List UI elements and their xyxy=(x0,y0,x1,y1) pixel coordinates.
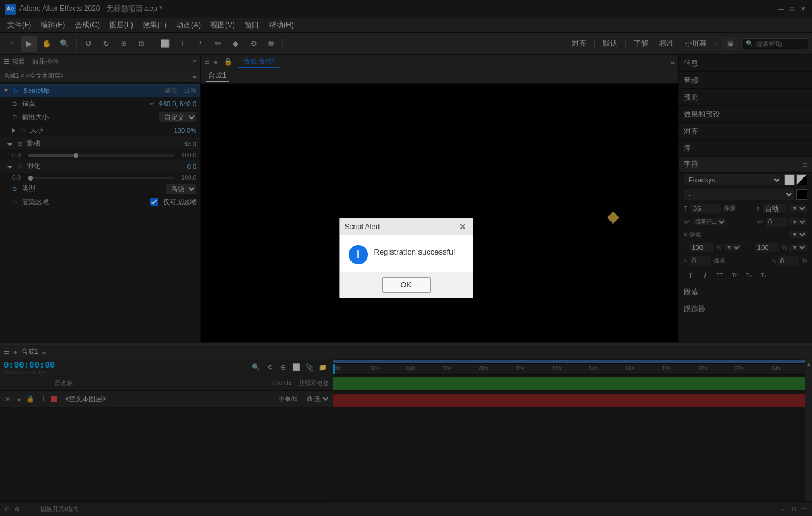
script-alert-dialog: Script Alert ✕ i Registration successful… xyxy=(339,218,473,298)
modal-ok-button[interactable]: OK xyxy=(382,277,431,293)
modal-titlebar: Script Alert ✕ xyxy=(340,218,473,235)
modal-footer: OK xyxy=(340,272,473,298)
modal-title-text: Script Alert xyxy=(345,222,458,231)
modal-message-text: Registration successful xyxy=(374,245,456,256)
modal-body: i Registration successful xyxy=(340,235,473,272)
modal-overlay: Script Alert ✕ i Registration successful… xyxy=(0,0,812,516)
modal-info-icon: i xyxy=(349,245,368,264)
modal-close-btn[interactable]: ✕ xyxy=(458,222,468,232)
